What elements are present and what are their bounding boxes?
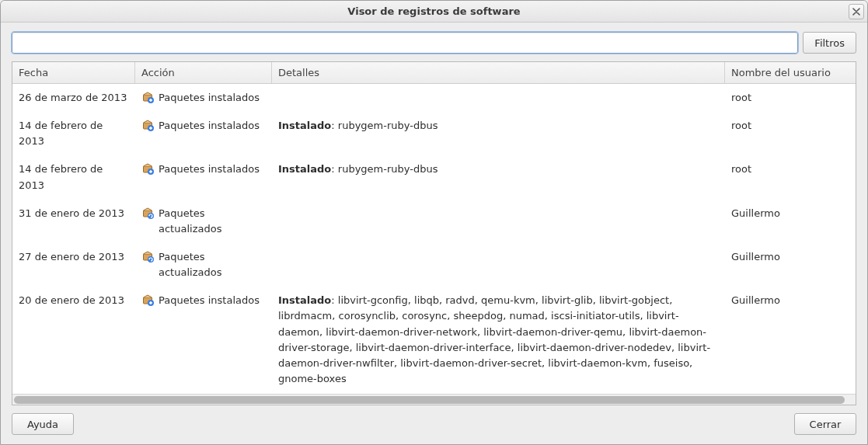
cell-action: Paquetes instalados [135, 85, 272, 110]
horizontal-scrollbar[interactable] [12, 394, 856, 405]
cell-action: Paquetes instalados [135, 113, 272, 138]
table-row[interactable]: 26 de marzo de 2013Paquetes instaladosro… [12, 84, 856, 112]
col-header-action[interactable]: Acción [135, 62, 272, 83]
table-body[interactable]: 26 de marzo de 2013Paquetes instaladosro… [12, 84, 856, 394]
cell-date: 31 de enero de 2013 [12, 201, 135, 226]
cell-user: root [725, 157, 856, 182]
filters-button-label: Filtros [814, 37, 845, 49]
table-row[interactable]: 27 de enero de 2013Paquetes actualizados… [12, 243, 856, 287]
svg-point-9 [148, 256, 154, 262]
cell-details [272, 201, 725, 210]
cell-date: 27 de enero de 2013 [12, 245, 135, 269]
help-button-label: Ayuda [27, 419, 58, 430]
action-label: Paquetes actualizados [159, 249, 266, 280]
action-label: Paquetes instalados [159, 293, 260, 308]
close-icon [852, 6, 860, 18]
titlebar: Visor de registros de software [1, 1, 867, 23]
window-title: Visor de registros de software [347, 5, 520, 17]
package-update-icon [141, 207, 154, 219]
log-table: Fecha Acción Detalles Nombre del usuario… [12, 61, 856, 405]
search-input[interactable] [12, 32, 798, 54]
dialog-footer: Ayuda Cerrar [1, 405, 867, 444]
svg-point-7 [148, 213, 154, 219]
package-install-icon [141, 91, 154, 103]
table-row[interactable]: 31 de enero de 2013Paquetes actualizados… [12, 200, 856, 243]
table-row[interactable]: 20 de enero de 2013Paquetes instaladosIn… [12, 287, 856, 393]
cell-action: Paquetes actualizados [135, 201, 272, 242]
cell-date: 14 de febrero de 2013 [12, 113, 135, 154]
cell-details [272, 85, 725, 95]
window-close-button[interactable] [849, 4, 864, 19]
cell-details: Instalado: libvirt-gconfig, libqb, radvd… [272, 288, 725, 391]
cell-action: Paquetes instalados [135, 157, 272, 182]
package-update-icon [141, 250, 154, 262]
search-bar: Filtros [12, 32, 856, 54]
action-label: Paquetes actualizados [159, 206, 266, 237]
package-install-icon [141, 294, 154, 306]
package-install-icon [141, 119, 154, 131]
cell-date: 20 de enero de 2013 [12, 288, 135, 313]
cell-action: Paquetes instalados [135, 288, 272, 313]
scrollbar-thumb[interactable] [14, 396, 845, 404]
close-button[interactable]: Cerrar [794, 413, 856, 435]
cell-user: Guillermo [725, 288, 856, 313]
cell-user: Guillermo [725, 201, 856, 226]
cell-user: root [725, 85, 856, 110]
app-window: Visor de registros de software Filtros F… [0, 0, 868, 445]
col-header-details[interactable]: Detalles [272, 62, 725, 83]
cell-action: Paquetes actualizados [135, 245, 272, 285]
filters-button[interactable]: Filtros [803, 32, 856, 54]
cell-user: Guillermo [725, 245, 856, 269]
table-header: Fecha Acción Detalles Nombre del usuario [12, 62, 856, 84]
col-header-date[interactable]: Fecha [12, 62, 135, 83]
package-install-icon [141, 162, 154, 175]
cell-user: root [725, 113, 856, 138]
help-button[interactable]: Ayuda [12, 413, 74, 435]
close-button-label: Cerrar [810, 419, 842, 430]
action-label: Paquetes instalados [159, 118, 260, 134]
cell-date: 14 de febrero de 2013 [12, 157, 135, 197]
table-row[interactable]: 14 de febrero de 2013Paquetes instalados… [12, 155, 856, 199]
cell-details [272, 245, 725, 254]
table-row[interactable]: 14 de febrero de 2013Paquetes instalados… [12, 112, 856, 155]
content-area: Filtros Fecha Acción Detalles Nombre del… [1, 23, 867, 405]
cell-details: Instalado: rubygem-ruby-dbus [272, 157, 725, 182]
action-label: Paquetes instalados [159, 162, 260, 177]
cell-date: 26 de marzo de 2013 [12, 85, 135, 110]
col-header-user[interactable]: Nombre del usuario [725, 62, 856, 83]
action-label: Paquetes instalados [159, 90, 260, 106]
cell-details: Instalado: rubygem-ruby-dbus [272, 113, 725, 138]
